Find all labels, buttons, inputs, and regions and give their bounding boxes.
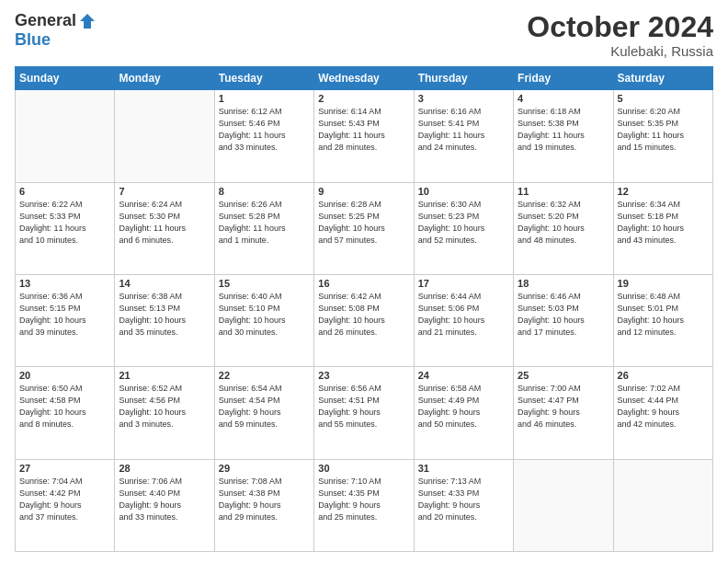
day-info: Sunrise: 6:48 AM Sunset: 5:01 PM Dayligh… xyxy=(618,291,709,339)
month-title: October 2024 xyxy=(527,11,713,43)
header: General Blue October 2024 Kulebaki, Russ… xyxy=(15,11,713,59)
day-info: Sunrise: 6:36 AM Sunset: 5:15 PM Dayligh… xyxy=(19,291,110,339)
day-cell: 16Sunrise: 6:42 AM Sunset: 5:08 PM Dayli… xyxy=(314,274,414,366)
calendar-table: Sunday Monday Tuesday Wednesday Thursday… xyxy=(15,66,713,552)
day-number: 29 xyxy=(219,463,310,474)
calendar-header-row: Sunday Monday Tuesday Wednesday Thursday… xyxy=(16,67,713,90)
day-cell xyxy=(115,90,214,182)
day-info: Sunrise: 6:28 AM Sunset: 5:25 PM Dayligh… xyxy=(318,199,409,247)
day-cell: 15Sunrise: 6:40 AM Sunset: 5:10 PM Dayli… xyxy=(214,274,313,366)
week-row-1: 6Sunrise: 6:22 AM Sunset: 5:33 PM Daylig… xyxy=(16,182,713,274)
day-cell: 11Sunrise: 6:32 AM Sunset: 5:20 PM Dayli… xyxy=(514,182,613,274)
day-number: 26 xyxy=(618,370,709,381)
day-number: 27 xyxy=(19,463,110,474)
day-number: 1 xyxy=(219,93,310,104)
day-cell: 4Sunrise: 6:18 AM Sunset: 5:38 PM Daylig… xyxy=(514,90,613,182)
day-info: Sunrise: 6:54 AM Sunset: 4:54 PM Dayligh… xyxy=(219,383,310,431)
day-number: 2 xyxy=(318,93,409,104)
col-wednesday: Wednesday xyxy=(314,67,414,90)
day-cell: 7Sunrise: 6:24 AM Sunset: 5:30 PM Daylig… xyxy=(115,182,214,274)
day-info: Sunrise: 6:42 AM Sunset: 5:08 PM Dayligh… xyxy=(318,291,409,339)
day-cell: 30Sunrise: 7:10 AM Sunset: 4:35 PM Dayli… xyxy=(314,459,414,551)
day-cell: 2Sunrise: 6:14 AM Sunset: 5:43 PM Daylig… xyxy=(314,90,414,182)
day-number: 5 xyxy=(618,93,709,104)
day-info: Sunrise: 6:30 AM Sunset: 5:23 PM Dayligh… xyxy=(418,199,509,247)
day-info: Sunrise: 6:24 AM Sunset: 5:30 PM Dayligh… xyxy=(119,199,210,247)
day-info: Sunrise: 6:14 AM Sunset: 5:43 PM Dayligh… xyxy=(318,106,409,154)
day-cell: 24Sunrise: 6:58 AM Sunset: 4:49 PM Dayli… xyxy=(414,367,513,459)
day-number: 3 xyxy=(418,93,509,104)
day-cell: 20Sunrise: 6:50 AM Sunset: 4:58 PM Dayli… xyxy=(16,367,115,459)
col-monday: Monday xyxy=(115,67,214,90)
day-cell xyxy=(514,459,613,551)
day-cell: 3Sunrise: 6:16 AM Sunset: 5:41 PM Daylig… xyxy=(414,90,513,182)
day-info: Sunrise: 6:58 AM Sunset: 4:49 PM Dayligh… xyxy=(418,383,509,431)
week-row-0: 1Sunrise: 6:12 AM Sunset: 5:46 PM Daylig… xyxy=(16,90,713,182)
day-number: 8 xyxy=(219,186,310,197)
day-info: Sunrise: 6:52 AM Sunset: 4:56 PM Dayligh… xyxy=(119,383,210,431)
day-cell: 1Sunrise: 6:12 AM Sunset: 5:46 PM Daylig… xyxy=(214,90,313,182)
day-cell: 22Sunrise: 6:54 AM Sunset: 4:54 PM Dayli… xyxy=(214,367,313,459)
day-info: Sunrise: 6:38 AM Sunset: 5:13 PM Dayligh… xyxy=(119,291,210,339)
day-cell: 18Sunrise: 6:46 AM Sunset: 5:03 PM Dayli… xyxy=(514,274,613,366)
logo-general: General xyxy=(15,11,76,30)
day-info: Sunrise: 7:06 AM Sunset: 4:40 PM Dayligh… xyxy=(119,476,210,523)
day-number: 18 xyxy=(518,278,609,289)
day-info: Sunrise: 6:46 AM Sunset: 5:03 PM Dayligh… xyxy=(518,291,609,339)
day-number: 24 xyxy=(418,370,509,381)
week-row-4: 27Sunrise: 7:04 AM Sunset: 4:42 PM Dayli… xyxy=(16,459,713,551)
day-info: Sunrise: 6:20 AM Sunset: 5:35 PM Dayligh… xyxy=(618,106,709,154)
col-sunday: Sunday xyxy=(16,67,115,90)
day-info: Sunrise: 6:50 AM Sunset: 4:58 PM Dayligh… xyxy=(19,383,110,431)
col-saturday: Saturday xyxy=(613,67,712,90)
day-number: 22 xyxy=(219,370,310,381)
day-cell: 19Sunrise: 6:48 AM Sunset: 5:01 PM Dayli… xyxy=(613,274,712,366)
day-info: Sunrise: 6:26 AM Sunset: 5:28 PM Dayligh… xyxy=(219,199,310,247)
day-info: Sunrise: 6:40 AM Sunset: 5:10 PM Dayligh… xyxy=(219,291,310,339)
day-number: 17 xyxy=(418,278,509,289)
title-section: October 2024 Kulebaki, Russia xyxy=(527,11,713,59)
day-cell: 12Sunrise: 6:34 AM Sunset: 5:18 PM Dayli… xyxy=(613,182,712,274)
day-number: 25 xyxy=(518,370,609,381)
day-number: 6 xyxy=(19,186,110,197)
day-info: Sunrise: 7:04 AM Sunset: 4:42 PM Dayligh… xyxy=(19,476,110,523)
day-number: 23 xyxy=(318,370,409,381)
day-cell xyxy=(613,459,712,551)
day-cell: 10Sunrise: 6:30 AM Sunset: 5:23 PM Dayli… xyxy=(414,182,513,274)
logo-blue: Blue xyxy=(15,30,51,50)
day-info: Sunrise: 7:10 AM Sunset: 4:35 PM Dayligh… xyxy=(318,476,409,523)
day-cell: 6Sunrise: 6:22 AM Sunset: 5:33 PM Daylig… xyxy=(16,182,115,274)
day-info: Sunrise: 6:18 AM Sunset: 5:38 PM Dayligh… xyxy=(518,106,609,154)
day-cell: 9Sunrise: 6:28 AM Sunset: 5:25 PM Daylig… xyxy=(314,182,414,274)
day-info: Sunrise: 6:56 AM Sunset: 4:51 PM Dayligh… xyxy=(318,383,409,431)
main-container: General Blue October 2024 Kulebaki, Russ… xyxy=(0,0,728,563)
day-cell: 29Sunrise: 7:08 AM Sunset: 4:38 PM Dayli… xyxy=(214,459,313,551)
day-number: 4 xyxy=(518,93,609,104)
day-cell: 26Sunrise: 7:02 AM Sunset: 4:44 PM Dayli… xyxy=(613,367,712,459)
day-number: 19 xyxy=(618,278,709,289)
col-tuesday: Tuesday xyxy=(214,67,313,90)
day-cell: 14Sunrise: 6:38 AM Sunset: 5:13 PM Dayli… xyxy=(115,274,214,366)
day-cell: 8Sunrise: 6:26 AM Sunset: 5:28 PM Daylig… xyxy=(214,182,313,274)
location: Kulebaki, Russia xyxy=(527,43,713,59)
week-row-2: 13Sunrise: 6:36 AM Sunset: 5:15 PM Dayli… xyxy=(16,274,713,366)
day-cell: 25Sunrise: 7:00 AM Sunset: 4:47 PM Dayli… xyxy=(514,367,613,459)
day-cell: 13Sunrise: 6:36 AM Sunset: 5:15 PM Dayli… xyxy=(16,274,115,366)
day-number: 21 xyxy=(119,370,210,381)
day-info: Sunrise: 6:16 AM Sunset: 5:41 PM Dayligh… xyxy=(418,106,509,154)
day-number: 28 xyxy=(119,463,210,474)
col-friday: Friday xyxy=(514,67,613,90)
day-number: 10 xyxy=(418,186,509,197)
day-cell: 28Sunrise: 7:06 AM Sunset: 4:40 PM Dayli… xyxy=(115,459,214,551)
day-info: Sunrise: 7:13 AM Sunset: 4:33 PM Dayligh… xyxy=(418,476,509,523)
day-number: 9 xyxy=(318,186,409,197)
day-number: 14 xyxy=(119,278,210,289)
logo: General Blue xyxy=(15,11,97,50)
day-info: Sunrise: 6:44 AM Sunset: 5:06 PM Dayligh… xyxy=(418,291,509,339)
day-info: Sunrise: 7:02 AM Sunset: 4:44 PM Dayligh… xyxy=(618,383,709,431)
day-number: 7 xyxy=(119,186,210,197)
day-number: 30 xyxy=(318,463,409,474)
svg-marker-0 xyxy=(80,14,95,29)
day-cell: 21Sunrise: 6:52 AM Sunset: 4:56 PM Dayli… xyxy=(115,367,214,459)
day-info: Sunrise: 6:22 AM Sunset: 5:33 PM Dayligh… xyxy=(19,199,110,247)
